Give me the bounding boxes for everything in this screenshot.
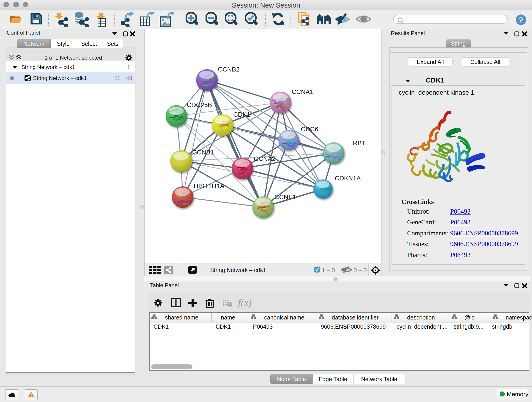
svg-text:?: ?	[519, 15, 524, 24]
svg-text:CDK1: CDK1	[233, 111, 250, 118]
svg-text:CCNB2: CCNB2	[218, 66, 240, 73]
svg-text:CCNA1: CCNA1	[292, 88, 313, 95]
svg-text:CDC6: CDC6	[301, 126, 318, 133]
svg-text:CCNE1: CCNE1	[274, 193, 296, 201]
svg-text:CDKN1A: CDKN1A	[335, 175, 361, 182]
svg-text:RB1: RB1	[353, 140, 365, 147]
svg-text:CDC25B: CDC25B	[187, 101, 212, 108]
svg-text:CCNB1: CCNB1	[192, 149, 214, 156]
svg-text:CCNA2: CCNA2	[254, 155, 276, 162]
svg-text:HIST1H1A: HIST1H1A	[194, 182, 224, 190]
